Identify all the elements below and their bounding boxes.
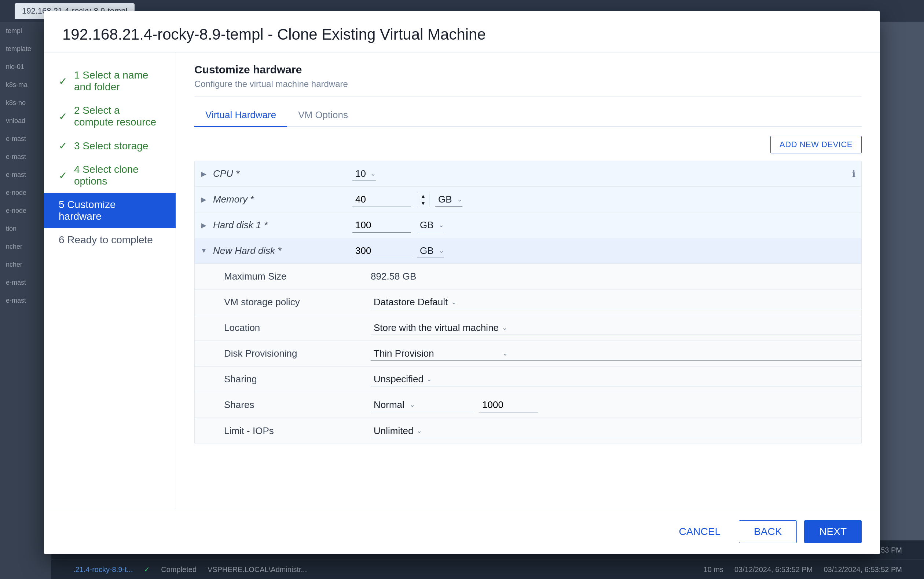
- nav-item-step1-label: 1 Select a name and folder: [74, 69, 161, 93]
- new-hard-disk-input[interactable]: [352, 244, 411, 258]
- memory-expand-icon[interactable]: ▶: [195, 196, 213, 204]
- shares-level-chevron-icon: ⌄: [409, 401, 415, 409]
- shares-label: Shares: [224, 399, 371, 411]
- sidebar-item-e-mast5[interactable]: e-mast: [0, 292, 51, 310]
- new-hard-disk-expand-icon[interactable]: ▼: [195, 247, 213, 255]
- content-header: Customize hardware Configure the virtual…: [194, 64, 862, 89]
- new-hard-disk-unit-select[interactable]: GB MB: [417, 244, 437, 258]
- location-wrapper: Store with the virtual machine ⌄: [371, 321, 861, 335]
- vm-storage-policy-label: VM storage policy: [224, 296, 371, 308]
- limit-iops-select[interactable]: Unlimited: [371, 424, 417, 438]
- new-hard-disk-row: ▼ New Hard disk * GB MB ⌄: [195, 238, 861, 264]
- memory-unit-select[interactable]: GB MB: [435, 192, 455, 206]
- modal-header: 192.168.21.4-rocky-8.9-templ - Clone Exi…: [44, 11, 880, 52]
- tab-bar: Virtual Hardware VM Options: [194, 104, 862, 127]
- nav-item-step6[interactable]: 6 Ready to complete: [44, 228, 176, 252]
- sidebar-item-e-mast2[interactable]: e-mast: [0, 148, 51, 166]
- memory-value: ▲ ▼ GB MB ⌄: [352, 192, 861, 207]
- sidebar-item-anio01[interactable]: nio-01: [0, 58, 51, 76]
- disk-provisioning-value: Thin Provision Thick Provision Lazy Zero…: [371, 347, 861, 361]
- hard-disk-1-input[interactable]: [352, 218, 411, 232]
- vm-storage-policy-value: Datastore Default ⌄: [371, 295, 861, 309]
- nav-item-step4-label: 4 Select clone options: [74, 164, 161, 187]
- limit-iops-value: Unlimited ⌄: [371, 424, 861, 438]
- sidebar-item-k8s-ma[interactable]: k8s-ma: [0, 76, 51, 94]
- limit-iops-row: Limit - IOPs Unlimited ⌄: [195, 418, 861, 443]
- next-button[interactable]: NEXT: [804, 520, 862, 543]
- nav-item-step1[interactable]: ✓ 1 Select a name and folder: [44, 64, 176, 99]
- left-sidebar: templ template nio-01 k8s-ma k8s-no vnlo…: [0, 22, 51, 579]
- tab-virtual-hardware[interactable]: Virtual Hardware: [194, 104, 287, 127]
- tab-vm-options[interactable]: VM Options: [287, 104, 359, 127]
- memory-label: Memory *: [213, 194, 352, 205]
- vm-storage-policy-row: VM storage policy Datastore Default ⌄: [195, 290, 861, 315]
- hard-disk-1-unit-wrapper: GB MB ⌄: [417, 218, 444, 232]
- new-hard-disk-label: New Hard disk *: [213, 245, 352, 257]
- max-size-value: 892.58 GB: [371, 271, 861, 282]
- sidebar-item-tion[interactable]: tion: [0, 220, 51, 238]
- hard-disk-1-unit-select[interactable]: GB MB: [417, 218, 437, 232]
- sidebar-item-ncher1[interactable]: ncher: [0, 238, 51, 256]
- sidebar-item-vnload[interactable]: vnload: [0, 112, 51, 130]
- max-size-row: Maximum Size 892.58 GB: [195, 264, 861, 290]
- memory-input[interactable]: [352, 192, 411, 207]
- location-label: Location: [224, 322, 371, 334]
- nav-item-step2-label: 2 Select a compute resource: [74, 105, 161, 128]
- new-hard-disk-chevron-icon: ⌄: [438, 247, 444, 255]
- cpu-select[interactable]: 10 1 2 4 8 16: [352, 167, 369, 180]
- memory-spinner[interactable]: ▲ ▼: [417, 192, 429, 207]
- cpu-label: CPU *: [213, 168, 352, 180]
- cpu-expand-icon[interactable]: ▶: [195, 170, 213, 178]
- sharing-value: Unspecified None Multi-writer ⌄: [371, 372, 861, 386]
- sidebar-item-e-mast3[interactable]: e-mast: [0, 166, 51, 184]
- memory-up-icon[interactable]: ▲: [418, 192, 428, 200]
- hardware-toolbar: ADD NEW DEVICE: [194, 136, 862, 154]
- sidebar-item-e-node1[interactable]: e-node: [0, 184, 51, 202]
- vm-storage-policy-chevron-icon: ⌄: [451, 298, 456, 306]
- bottom-row-2-check-icon: ✓: [144, 565, 150, 574]
- location-select[interactable]: Store with the virtual machine: [371, 321, 502, 335]
- location-value: Store with the virtual machine ⌄: [371, 321, 861, 335]
- sidebar-item-e-node2[interactable]: e-node: [0, 202, 51, 220]
- sidebar-item-templ[interactable]: templ: [0, 22, 51, 40]
- bottom-row-2[interactable]: .21.4-rocky-8.9-t... ✓ Completed VSPHERE…: [51, 559, 924, 579]
- shares-value: Normal Low High Custom ⌄: [371, 398, 861, 412]
- nav-item-step6-label: 6 Ready to complete: [59, 234, 153, 246]
- sidebar-item-template[interactable]: template: [0, 40, 51, 58]
- cpu-info-icon: ℹ: [852, 169, 856, 179]
- nav-item-step4[interactable]: ✓ 4 Select clone options: [44, 158, 176, 193]
- sidebar-item-ncher2[interactable]: ncher: [0, 256, 51, 274]
- wizard-nav: ✓ 1 Select a name and folder ✓ 2 Select …: [44, 52, 176, 509]
- back-button[interactable]: BACK: [739, 520, 797, 543]
- sharing-wrapper: Unspecified None Multi-writer ⌄: [371, 372, 861, 386]
- nav-item-step2[interactable]: ✓ 2 Select a compute resource: [44, 99, 176, 134]
- sidebar-item-e-mast4[interactable]: e-mast: [0, 274, 51, 292]
- nav-item-step3[interactable]: ✓ 3 Select storage: [44, 134, 176, 158]
- modal-body: ✓ 1 Select a name and folder ✓ 2 Select …: [44, 52, 880, 509]
- memory-unit-wrapper: GB MB ⌄: [435, 192, 462, 206]
- shares-level-wrapper: Normal Low High Custom ⌄: [371, 398, 473, 412]
- limit-iops-chevron-icon: ⌄: [417, 427, 422, 435]
- hardware-table: ▶ CPU * 10 1 2 4 8 16 ⌄: [194, 161, 862, 444]
- shares-level-select[interactable]: Normal Low High Custom: [371, 398, 409, 412]
- bottom-row-2-time: 10 ms: [704, 566, 724, 574]
- modal-dialog: 192.168.21.4-rocky-8.9-templ - Clone Exi…: [44, 11, 880, 554]
- shares-value-input[interactable]: [479, 398, 538, 412]
- step2-check-icon: ✓: [59, 110, 70, 123]
- cancel-button[interactable]: CANCEL: [668, 520, 732, 543]
- nav-item-step3-label: 3 Select storage: [74, 140, 148, 152]
- vm-storage-policy-select[interactable]: Datastore Default: [371, 295, 451, 309]
- sharing-select[interactable]: Unspecified None Multi-writer: [371, 372, 427, 386]
- disk-provisioning-select[interactable]: Thin Provision Thick Provision Lazy Zero…: [371, 347, 502, 360]
- bottom-row-2-name: .21.4-rocky-8.9-t...: [73, 566, 133, 574]
- add-new-device-button[interactable]: ADD NEW DEVICE: [770, 136, 862, 154]
- step3-check-icon: ✓: [59, 140, 70, 152]
- nav-item-step5-label: 5 Customize hardware: [59, 199, 161, 222]
- sidebar-item-e-mast1[interactable]: e-mast: [0, 130, 51, 148]
- memory-down-icon[interactable]: ▼: [418, 200, 428, 207]
- nav-item-step5[interactable]: 5 Customize hardware: [44, 193, 176, 228]
- modal-main-content: Customize hardware Configure the virtual…: [176, 52, 880, 509]
- hard-disk-1-expand-icon[interactable]: ▶: [195, 221, 213, 229]
- disk-provisioning-row: Disk Provisioning Thin Provision Thick P…: [195, 341, 861, 366]
- sidebar-item-k8s-no[interactable]: k8s-no: [0, 94, 51, 112]
